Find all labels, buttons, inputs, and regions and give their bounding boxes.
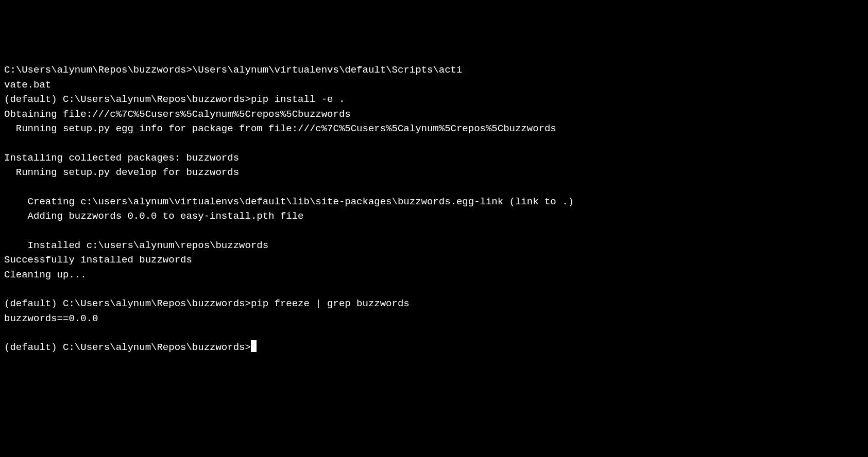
terminal-cursor [251, 340, 257, 352]
terminal-output-line: Installed c:\users\alynum\repos\buzzword… [4, 238, 864, 253]
terminal-blank-line [4, 136, 864, 151]
terminal-output-line: vate.bat [4, 78, 864, 93]
terminal-output-line: C:\Users\alynum\Repos\buzzwords>\Users\a… [4, 63, 864, 78]
terminal-output-line: Running setup.py develop for buzzwords [4, 165, 864, 180]
terminal-output-line: Creating c:\users\alynum\virtualenvs\def… [4, 195, 864, 209]
terminal-blank-line [4, 326, 864, 340]
terminal-output-line: (default) C:\Users\alynum\Repos\buzzword… [4, 296, 864, 311]
terminal-output-line: (default) C:\Users\alynum\Repos\buzzword… [4, 92, 864, 107]
terminal-output-line: Obtaining file:///c%7C%5Cusers%5Calynum%… [4, 107, 864, 122]
terminal-window[interactable]: C:\Users\alynum\Repos\buzzwords>\Users\a… [4, 63, 864, 355]
terminal-output-line: Adding buzzwords 0.0.0 to easy-install.p… [4, 209, 864, 224]
terminal-blank-line [4, 180, 864, 195]
terminal-output-line: Installing collected packages: buzzwords [4, 151, 864, 166]
terminal-output-line: Cleaning up... [4, 268, 864, 283]
terminal-output-line: buzzwords==0.0.0 [4, 311, 864, 326]
terminal-prompt: (default) C:\Users\alynum\Repos\buzzword… [4, 342, 251, 353]
terminal-output-line: Running setup.py egg_info for package fr… [4, 121, 864, 136]
terminal-output-line: Successfully installed buzzwords [4, 253, 864, 268]
terminal-blank-line [4, 224, 864, 238]
terminal-prompt-line[interactable]: (default) C:\Users\alynum\Repos\buzzword… [4, 340, 864, 355]
terminal-blank-line [4, 282, 864, 296]
